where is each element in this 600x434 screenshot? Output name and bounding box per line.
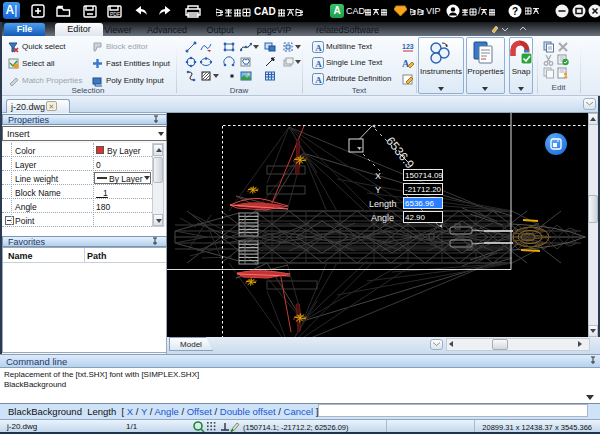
svg-text:A: A bbox=[315, 75, 322, 85]
svg-text:A: A bbox=[315, 43, 322, 53]
svg-text:?: ? bbox=[512, 6, 518, 17]
svg-text:A: A bbox=[315, 59, 322, 69]
svg-text:PDF: PDF bbox=[110, 11, 120, 17]
svg-text:123: 123 bbox=[402, 43, 414, 50]
